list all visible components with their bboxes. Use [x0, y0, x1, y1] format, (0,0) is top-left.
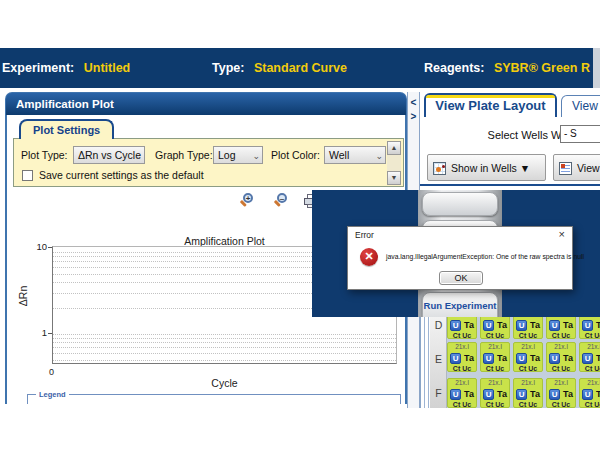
well-detail-text: Ct Uc [580, 332, 600, 339]
well-target-text: Ta [497, 353, 507, 363]
well-task-badge: U [516, 353, 527, 364]
well-sample-text: 21x.l [514, 343, 542, 351]
reagents-value: SYBR® Green R [494, 61, 590, 75]
experiment-info-bar: Experiment: Untitled Type: Standard Curv… [0, 48, 600, 88]
well-target-text: Ta [563, 320, 573, 330]
well-task-badge: U [549, 353, 560, 364]
expand-right-icon[interactable]: > [408, 111, 419, 122]
right-edge-strip [593, 48, 600, 88]
y-axis-label: ΔRn [17, 286, 29, 306]
plate-well[interactable]: 21x.lUTaCt Uc [513, 342, 543, 372]
well-detail-text: Ct Uc [514, 332, 542, 339]
well-task-badge: U [549, 320, 560, 331]
y-tick-mark [48, 247, 52, 248]
select-wells-dropdown[interactable]: - S [560, 125, 600, 143]
well-target-text: Ta [563, 389, 573, 399]
plate-left-border [420, 317, 430, 408]
scroll-up-icon[interactable]: ▲ [387, 141, 401, 155]
plate-well[interactable]: 21x.lUTaCt Uc [447, 317, 477, 339]
run-experiment-button[interactable]: Run Experiment [422, 292, 498, 317]
plot-color-value: Well [329, 149, 349, 161]
gridline [53, 342, 396, 343]
tab-plate-layout-label: View Plate Layout [435, 98, 545, 113]
well-target-text: Ta [497, 320, 507, 330]
run-experiment-label: Run Experiment [423, 300, 497, 311]
gridline [53, 338, 396, 339]
well-target-text: Ta [530, 389, 540, 399]
scroll-down-icon[interactable]: ▼ [387, 171, 401, 185]
well-task-badge: U [450, 353, 461, 364]
well-detail-text: Ct Uc [514, 365, 542, 372]
plate-well[interactable]: 21x.lUTaCt Uc [480, 342, 510, 372]
toolbar-divider [420, 184, 600, 186]
error-dialog: Error × ✕ java.lang.IllegalArgumentExcep… [347, 226, 573, 290]
experiment-value: Untitled [84, 61, 131, 75]
save-default-checkbox[interactable] [22, 170, 33, 181]
graph-type-select[interactable]: Log ⌄ [213, 146, 263, 164]
view-legend-button[interactable]: View L [553, 154, 600, 181]
plot-settings-box: Plot Type: ΔRn vs Cycle ⌄ Graph Type: Lo… [13, 138, 404, 187]
plate-well[interactable]: 21x.lUTaCt Uc [447, 342, 477, 372]
plate-well[interactable]: 21x.lUTaCt Uc [546, 342, 576, 372]
plate-well[interactable]: 21x.lUTaCt Uc [513, 378, 543, 408]
plate-well[interactable]: 21x.lUTaCt Uc [579, 317, 600, 339]
plate-well[interactable]: 21x.lUTaCt Uc [579, 342, 600, 372]
chevron-down-icon: ⌄ [375, 148, 383, 164]
tab-plot-settings[interactable]: Plot Settings [19, 119, 114, 139]
well-detail-text: Ct Uc [481, 401, 509, 408]
error-icon: ✕ [360, 248, 378, 266]
well-sample-text: 21x.l [547, 379, 575, 387]
instrument-button-top[interactable] [422, 192, 498, 216]
graph-type-value: Log [218, 149, 236, 161]
plate-well[interactable]: 21x.lUTaCt Uc [579, 378, 600, 408]
well-detail-text: Ct Uc [481, 365, 509, 372]
well-task-badge: U [483, 389, 494, 400]
well-task-badge: U [450, 320, 461, 331]
well-sample-text: 21x.l [547, 343, 575, 351]
well-detail-text: Ct Uc [514, 401, 542, 408]
gridline [53, 353, 396, 354]
select-wells-label: Select Wells With: [440, 129, 576, 141]
zoom-out-icon[interactable]: – [274, 193, 290, 209]
close-icon[interactable]: × [559, 228, 565, 240]
well-target-text: Ta [563, 353, 573, 363]
plate-well[interactable]: 21x.lUTaCt Uc [480, 378, 510, 408]
reagents-label: Reagents: [424, 61, 484, 75]
plot-type-select[interactable]: ΔRn vs Cycle ⌄ [73, 146, 145, 164]
save-default-row: Save current settings as the default [14, 168, 403, 186]
collapse-left-icon[interactable]: < [408, 97, 419, 108]
plate-well[interactable]: 21x.lUTaCt Uc [447, 378, 477, 408]
well-detail-text: Ct Uc [580, 365, 600, 372]
active-tab-stripe [426, 95, 555, 98]
plate-well[interactable]: 21x.lUTaCt Uc [546, 317, 576, 339]
tab-view-well-table[interactable]: View [561, 95, 600, 117]
type-label: Type: [212, 61, 244, 75]
show-in-wells-button[interactable]: Show in Wells ▼ [427, 154, 546, 181]
well-detail-text: Ct Uc [547, 365, 575, 372]
well-target-text: Ta [530, 320, 540, 330]
experiment-label: Experiment: [2, 61, 74, 75]
plate-well[interactable]: 21x.lUTaCt Uc [546, 378, 576, 408]
plot-color-select[interactable]: Well ⌄ [324, 146, 386, 164]
plot-type-label: Plot Type: [21, 149, 68, 161]
well-sample-text: 21x.l [580, 343, 600, 351]
well-target-text: Ta [497, 389, 507, 399]
plate-well[interactable]: 21x.lUTaCt Uc [513, 317, 543, 339]
well-detail-text: Ct Uc [448, 401, 476, 408]
experiment-field: Experiment: Untitled [2, 61, 130, 75]
well-task-badge: U [483, 320, 494, 331]
well-task-badge: U [483, 353, 494, 364]
tab-view-plate-layout[interactable]: View Plate Layout [424, 93, 557, 117]
graph-type-label: Graph Type: [155, 149, 213, 161]
ok-button[interactable]: OK [439, 271, 483, 285]
well-sample-text: 21x.l [448, 379, 476, 387]
plate-well[interactable]: 21x.lUTaCt Uc [480, 317, 510, 339]
well-sample-text: 21x.l [448, 343, 476, 351]
well-detail-text: Ct Uc [547, 332, 575, 339]
well-detail-text: Ct Uc [580, 401, 600, 408]
well-detail-text: Ct Uc [547, 401, 575, 408]
zoom-in-icon[interactable]: + [240, 193, 256, 209]
plot-type-value: ΔRn vs Cycle [78, 149, 141, 161]
well-target-text: Ta [464, 353, 474, 363]
settings-scrollbar[interactable]: ▲ ▼ [387, 141, 401, 185]
